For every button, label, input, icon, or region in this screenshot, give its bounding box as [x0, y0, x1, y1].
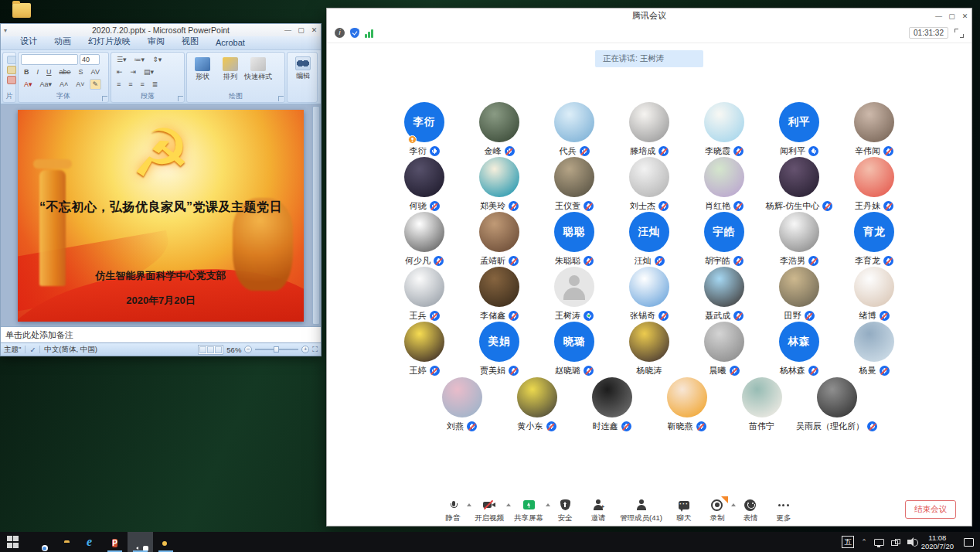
minimize-button[interactable]: —: [932, 10, 945, 22]
zoom-slider[interactable]: [255, 349, 298, 350]
participant-tile[interactable]: 吴雨辰（理化所）: [799, 377, 874, 432]
participant-tile[interactable]: 田野: [762, 267, 837, 322]
drawing-button-排列[interactable]: 排列: [217, 57, 243, 82]
align-left-button[interactable]: ≡: [114, 79, 124, 90]
fullscreen-icon[interactable]: [954, 29, 964, 38]
network-signal-icon[interactable]: [365, 29, 373, 38]
participant-tile[interactable]: 汪灿汪灿: [612, 212, 687, 267]
participant-tile[interactable]: 何骁: [387, 157, 462, 212]
view-buttons[interactable]: [198, 345, 223, 355]
zoom-out-button[interactable]: −: [244, 346, 252, 353]
dialog-launcher-icon[interactable]: [178, 96, 183, 101]
font-name-select[interactable]: [21, 54, 78, 65]
toolbar-members-button[interactable]: 管理成员(41): [620, 498, 662, 523]
tray-expand-icon[interactable]: ⌃: [861, 538, 867, 546]
participant-tile[interactable]: 晨曦: [687, 322, 762, 377]
meeting-titlebar[interactable]: 腾讯会议 — ▢ ✕: [327, 9, 971, 23]
format-button-I[interactable]: I: [34, 66, 43, 77]
ribbon-tab-Acrobat[interactable]: Acrobat: [207, 36, 254, 49]
format-button-abe[interactable]: abe: [56, 66, 74, 77]
clipped-icon[interactable]: [7, 56, 16, 64]
participant-tile[interactable]: 刘燕: [424, 377, 499, 432]
toolbar-camera-off-button[interactable]: 开启视频: [475, 498, 504, 523]
participant-tile[interactable]: 郑美玲: [462, 157, 537, 212]
zoom-slider-thumb[interactable]: [274, 346, 279, 353]
minimize-button[interactable]: —: [281, 24, 294, 36]
participant-tile[interactable]: 时连鑫: [574, 377, 649, 432]
clear-format-button[interactable]: ✎: [90, 79, 102, 90]
participant-tile[interactable]: 王兵: [387, 267, 462, 322]
participant-tile[interactable]: 张锡奇: [612, 267, 687, 322]
grow-font-button[interactable]: A˄: [56, 79, 71, 90]
taskbar-chrome[interactable]: [26, 532, 51, 552]
participant-tile[interactable]: 滕培成: [612, 102, 687, 157]
participant-tile[interactable]: 利平闻利平: [762, 102, 837, 157]
start-button[interactable]: [0, 532, 26, 552]
dialog-launcher-icon[interactable]: [102, 96, 107, 101]
participant-tile[interactable]: 宇皓胡宇皓: [687, 212, 762, 267]
participant-tile[interactable]: 孟靖昕: [462, 212, 537, 267]
participant-tile[interactable]: 刘士杰: [612, 157, 687, 212]
drawing-button-形状[interactable]: 形状: [189, 57, 216, 82]
slide-scrollbar[interactable]: [312, 106, 320, 325]
participant-tile[interactable]: 金峰: [462, 102, 537, 157]
toolbar-more-button[interactable]: 更多: [772, 498, 795, 523]
caret-up-icon[interactable]: [506, 503, 511, 506]
participant-tile[interactable]: 辛伟闻: [837, 102, 912, 157]
participant-tile[interactable]: 李浩男: [762, 212, 837, 267]
participant-tile[interactable]: 杨曼: [837, 322, 912, 377]
meeting-info-icon[interactable]: i: [335, 28, 345, 38]
clipped-icon[interactable]: [7, 76, 16, 84]
participant-tile[interactable]: 李晓霞: [687, 102, 762, 157]
display-tray-icon[interactable]: [874, 539, 884, 546]
font-size-select[interactable]: 40: [80, 54, 100, 65]
toolbar-invite-button[interactable]: +邀请: [587, 498, 610, 523]
maximize-button[interactable]: ▢: [294, 24, 308, 36]
close-button[interactable]: ✕: [308, 24, 321, 36]
ribbon-tab-动画[interactable]: 动画: [46, 34, 80, 49]
participant-tile[interactable]: 王婷: [387, 322, 462, 377]
powerpoint-titlebar[interactable]: ▾ 2020.7.20.pptx - Microsoft PowerPoint …: [1, 24, 321, 36]
participant-tile[interactable]: 美娟贾美娟: [462, 322, 537, 377]
taskbar-clock[interactable]: 11:08 2020/7/20: [921, 533, 954, 550]
align-right-button[interactable]: ≡: [138, 79, 148, 90]
columns-button[interactable]: ▤▾: [141, 66, 157, 77]
meeting-security-shield-icon[interactable]: [350, 28, 359, 38]
participant-tile[interactable]: 苗伟宁: [724, 377, 799, 432]
maximize-button[interactable]: ▢: [945, 10, 958, 22]
format-button-U[interactable]: U: [43, 66, 55, 77]
format-button-AV[interactable]: AV: [88, 66, 103, 77]
toolbar-screen-share-button[interactable]: 共享屏幕: [514, 498, 543, 523]
ribbon-tab-设计[interactable]: 设计: [12, 34, 46, 49]
bullets-button[interactable]: ☰▾: [114, 54, 130, 65]
participant-tile[interactable]: 杨晓涛: [612, 322, 687, 377]
participant-tile[interactable]: 代兵: [537, 102, 612, 157]
taskbar-ie[interactable]: e: [77, 532, 102, 552]
participant-tile[interactable]: 育龙李育龙: [837, 212, 912, 267]
participant-tile[interactable]: 王树涛: [537, 267, 612, 322]
participant-tile[interactable]: 黄小东: [499, 377, 574, 432]
spellcheck-icon[interactable]: ✓: [29, 346, 36, 354]
close-button[interactable]: ✕: [958, 10, 971, 22]
change-case-button[interactable]: Aa▾: [37, 79, 56, 90]
status-language[interactable]: 中文(简体, 中国): [44, 345, 97, 355]
zoom-level[interactable]: 56%: [226, 346, 241, 354]
justify-button[interactable]: ≣: [149, 79, 162, 90]
ribbon-tab-审阅[interactable]: 审阅: [139, 34, 173, 49]
participant-tile[interactable]: 靳晓燕: [649, 377, 724, 432]
participant-tile[interactable]: 王仪萱: [537, 157, 612, 212]
taskbar-paint[interactable]: [153, 532, 179, 552]
format-button-S[interactable]: S: [76, 66, 87, 77]
toolbar-mic-button[interactable]: 静音: [441, 498, 464, 523]
participant-tile[interactable]: 李储鑫: [462, 267, 537, 322]
ime-indicator[interactable]: 五: [842, 536, 854, 548]
numbering-button[interactable]: ≔▾: [131, 54, 148, 65]
end-meeting-button[interactable]: 结束会议: [905, 500, 956, 519]
taskbar-powerpoint[interactable]: P: [102, 532, 128, 552]
notes-pane[interactable]: 单击此处添加备注: [1, 326, 321, 342]
caret-up-icon[interactable]: [731, 503, 736, 506]
participant-tile[interactable]: 杨辉-仿生中心: [762, 157, 837, 212]
participant-tile[interactable]: 李衍李衍: [387, 102, 462, 157]
action-center-icon[interactable]: [964, 538, 974, 547]
participant-tile[interactable]: 王丹妹: [837, 157, 912, 212]
